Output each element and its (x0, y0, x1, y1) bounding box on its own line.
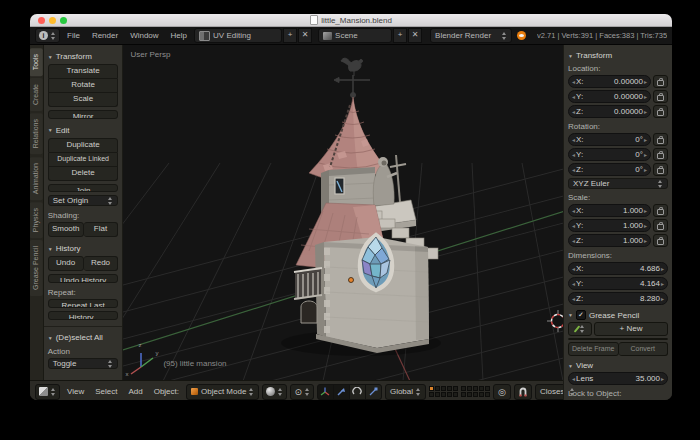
manipulator-rotate-button[interactable] (349, 384, 366, 400)
lock-scale-z-button[interactable] (653, 234, 668, 247)
increment-icon[interactable] (661, 374, 664, 383)
tab-create[interactable]: Create (30, 78, 43, 111)
decrement-icon[interactable] (572, 279, 575, 288)
tab-physics[interactable]: Physics (30, 202, 43, 238)
add-layout-button[interactable]: + (283, 28, 297, 43)
pivot-dropdown[interactable] (290, 384, 314, 400)
render-engine-selector[interactable]: Blender Render (430, 28, 512, 43)
history-button[interactable]: History.. (48, 311, 119, 320)
shade-smooth-button[interactable]: Smooth (48, 222, 84, 237)
dimensions-y-field[interactable]: Y:4.164 (568, 277, 668, 290)
decrement-icon[interactable] (572, 92, 575, 101)
menu-add[interactable]: Add (124, 387, 146, 396)
proportional-edit-button[interactable] (493, 384, 511, 400)
rotation-x-field[interactable]: X:0° (568, 133, 651, 146)
dimensions-z-field[interactable]: Z:8.280 (568, 292, 668, 305)
undo-button[interactable]: Undo (48, 256, 84, 271)
manipulator-translate-button[interactable] (333, 384, 350, 400)
decrement-icon[interactable] (572, 206, 575, 215)
layers-right[interactable] (461, 386, 490, 397)
lock-location-z-button[interactable] (653, 105, 668, 118)
menu-render[interactable]: Render (87, 31, 123, 40)
join-button[interactable]: Join (48, 184, 119, 193)
menu-object[interactable]: Object: (150, 387, 183, 396)
layers-left[interactable] (429, 386, 458, 397)
lock-rotation-y-button[interactable] (653, 148, 668, 161)
increment-icon[interactable] (661, 264, 664, 273)
rotate-button[interactable]: Rotate (48, 79, 119, 93)
decrement-icon[interactable] (572, 236, 575, 245)
decrement-icon[interactable] (572, 150, 575, 159)
panel-transform-header[interactable]: Transform (48, 52, 119, 61)
increment-icon[interactable] (644, 150, 647, 159)
lock-location-y-button[interactable] (653, 90, 668, 103)
lock-location-x-button[interactable] (653, 75, 668, 88)
tab-tools[interactable]: Tools (30, 48, 43, 76)
increment-icon[interactable] (644, 165, 647, 174)
lock-scale-y-button[interactable] (653, 219, 668, 232)
editor-type-selector-3d[interactable] (35, 384, 60, 400)
decrement-icon[interactable] (572, 294, 575, 303)
convert-button[interactable]: Convert (619, 342, 669, 356)
snap-toggle-button[interactable] (514, 384, 532, 400)
delete-layout-button[interactable]: ✕ (298, 28, 312, 43)
close-window-button[interactable] (38, 17, 45, 24)
minimize-window-button[interactable] (49, 17, 56, 24)
increment-icon[interactable] (661, 294, 664, 303)
increment-icon[interactable] (644, 135, 647, 144)
add-scene-button[interactable]: + (393, 28, 407, 43)
new-layer-button[interactable]: New Layer (568, 338, 668, 340)
menu-help[interactable]: Help (166, 31, 192, 40)
menu-file[interactable]: File (62, 31, 85, 40)
menu-select[interactable]: Select (91, 387, 121, 396)
panel-history-header[interactable]: History (48, 244, 119, 253)
location-x-field[interactable]: X:0.00000 (568, 75, 651, 88)
grease-pencil-checkbox[interactable]: ✓ (576, 310, 586, 320)
mode-dropdown[interactable]: Object Mode (186, 384, 259, 400)
duplicate-button[interactable]: Duplicate (48, 138, 119, 153)
duplicate-linked-button[interactable]: Duplicate Linked (48, 153, 119, 167)
increment-icon[interactable] (644, 107, 647, 116)
rotation-y-field[interactable]: Y:0° (568, 148, 651, 161)
screen-layout-selector[interactable]: UV Editing (194, 28, 282, 43)
operator-panel-header[interactable]: (De)select All (48, 333, 119, 342)
dimensions-x-field[interactable]: X:4.686 (568, 262, 668, 275)
undo-history-button[interactable]: Undo History (48, 274, 119, 283)
orientation-dropdown[interactable]: Global (385, 384, 426, 400)
view-panel-header[interactable]: View (568, 361, 668, 370)
action-dropdown[interactable]: Toggle (48, 358, 119, 369)
manipulator-axes-button[interactable] (317, 384, 334, 400)
increment-icon[interactable] (661, 279, 664, 288)
increment-icon[interactable] (644, 206, 647, 215)
set-origin-dropdown[interactable]: Set Origin (48, 195, 119, 206)
tab-grease-pencil[interactable]: Grease Pencil (30, 240, 43, 296)
increment-icon[interactable] (644, 77, 647, 86)
increment-icon[interactable] (644, 236, 647, 245)
transform-panel-header[interactable]: Transform (568, 51, 668, 60)
decrement-icon[interactable] (572, 165, 575, 174)
mirror-button[interactable]: Mirror (48, 110, 119, 119)
location-z-field[interactable]: Z:0.00000 (568, 105, 651, 118)
delete-scene-button[interactable]: ✕ (408, 28, 422, 43)
delete-frame-button[interactable]: Delete Frame (568, 342, 619, 356)
scale-z-field[interactable]: Z:1.000 (568, 234, 651, 247)
redo-button[interactable]: Redo (84, 256, 119, 271)
decrement-icon[interactable] (572, 221, 575, 230)
location-y-field[interactable]: Y:0.00000 (568, 90, 651, 103)
increment-icon[interactable] (644, 92, 647, 101)
decrement-icon[interactable] (572, 107, 575, 116)
lock-rotation-x-button[interactable] (653, 133, 668, 146)
shading-dropdown[interactable] (262, 384, 287, 400)
zoom-window-button[interactable] (60, 17, 67, 24)
decrement-icon[interactable] (572, 264, 575, 273)
menu-window[interactable]: Window (125, 31, 163, 40)
editor-type-selector[interactable] (35, 28, 60, 43)
viewport-3d[interactable]: User Persp (95) little mansion x y z (123, 45, 563, 380)
lens-field[interactable]: Lens35.000 (568, 372, 668, 385)
lock-scale-x-button[interactable] (653, 204, 668, 217)
tab-relations[interactable]: Relations (30, 113, 43, 154)
grease-pencil-panel-header[interactable]: ✓ Grease Pencil (568, 310, 668, 320)
manipulator-scale-button[interactable] (365, 384, 382, 400)
panel-edit-header[interactable]: Edit (48, 126, 119, 135)
tab-animation[interactable]: Animation (30, 157, 43, 200)
